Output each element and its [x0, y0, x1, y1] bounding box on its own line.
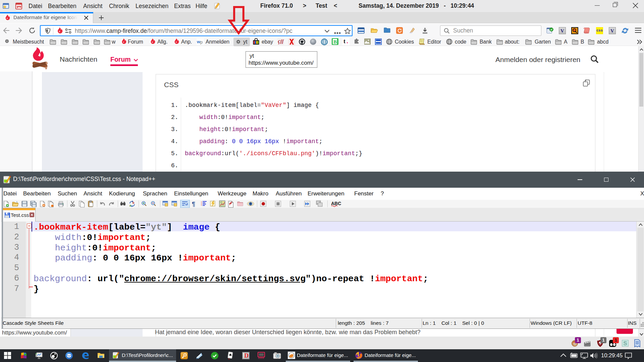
svg-text:b: b	[132, 201, 135, 204]
svg-text:ABC: ABC	[331, 201, 341, 206]
svg-text:¶: ¶	[192, 201, 195, 207]
svg-text:a: a	[129, 204, 131, 207]
